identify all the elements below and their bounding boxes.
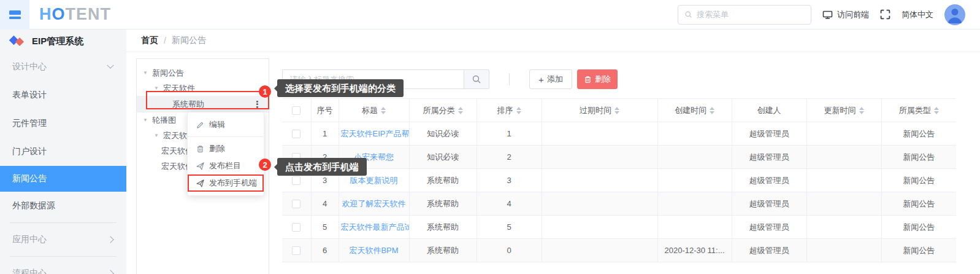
sort-icon[interactable] <box>934 107 939 114</box>
send-icon <box>196 179 204 187</box>
menu-search-box[interactable] <box>678 5 811 25</box>
column-header-updated[interactable]: 更新时间 <box>806 99 881 122</box>
top-bar: HOTENT 访问前端 简体中文 <box>0 0 980 29</box>
breadcrumb-current: 新闻公告 <box>172 35 206 46</box>
row-title-link[interactable]: 宏天软件EIP产品帮助说 <box>341 129 410 138</box>
cell-creator: 超级管理员 <box>732 192 806 216</box>
tree-node-news[interactable]: ▼ 新闻公告 <box>137 65 269 80</box>
language-selector[interactable]: 简体中文 <box>902 9 933 20</box>
cell-seq: 6 <box>311 239 339 262</box>
system-logo-icon <box>10 34 25 48</box>
menu-item-delete[interactable]: 删除 <box>188 140 264 157</box>
fullscreen-icon[interactable] <box>880 9 890 20</box>
sort-icon[interactable] <box>381 107 386 114</box>
header-select-all <box>282 99 311 122</box>
breadcrumb-home[interactable]: 首页 <box>141 35 158 46</box>
trash-icon <box>584 76 592 84</box>
sidebar-collapse-button[interactable] <box>0 0 29 29</box>
sidebar-item-news-announcement[interactable]: 新闻公告 <box>0 166 126 192</box>
sort-icon[interactable] <box>710 107 714 114</box>
menu-search-input[interactable] <box>697 10 805 19</box>
visit-frontend-label: 访问前端 <box>837 9 869 20</box>
cell-title: 宏天软件EIP产品帮助说 <box>339 122 409 146</box>
sidebar-item-component-mgmt[interactable]: 元件管理 <box>0 109 126 138</box>
cell-type: 新闻公告 <box>881 146 956 169</box>
row-title-link[interactable]: 宏天软件最新产品试用 <box>341 222 410 232</box>
sort-icon[interactable] <box>614 107 619 114</box>
cell-type: 新闻公告 <box>881 122 956 146</box>
row-checkbox[interactable] <box>292 176 301 185</box>
column-header-category[interactable]: 所属分类 <box>409 99 477 122</box>
sort-icon[interactable] <box>458 107 463 114</box>
column-header-order[interactable]: 排序 <box>477 99 542 122</box>
cell-expire <box>542 146 657 169</box>
cell-title: 宏天软件BPM <box>339 239 409 262</box>
cell-creator: 超级管理员 <box>732 122 806 146</box>
row-checkbox[interactable] <box>292 130 301 138</box>
menu-item-publish-mobile[interactable]: 发布到手机端 <box>188 174 264 192</box>
tree-caret-icon: ▼ <box>154 133 159 138</box>
avatar[interactable] <box>944 4 965 25</box>
chevron-right-icon <box>107 236 113 243</box>
table-row: 3 版本更新说明 系统帮助 3 超级管理员 新闻公告 <box>282 169 956 192</box>
add-button[interactable]: + 添加 <box>529 69 572 89</box>
cell-creator: 超级管理员 <box>732 239 806 262</box>
table-row: 2 小宏来帮您 知识必读 2 超级管理员 新闻公告 <box>282 146 956 169</box>
row-title-link[interactable]: 欢迎了解宏天软件 <box>342 199 406 208</box>
sidebar-group-process-center[interactable]: 流程中心 <box>0 259 126 274</box>
sort-icon[interactable] <box>859 107 864 114</box>
sidebar-group-design-center[interactable]: 设计中心 <box>0 53 126 81</box>
cell-title: 欢迎了解宏天软件 <box>339 192 409 216</box>
cell-updated <box>806 146 881 169</box>
cell-created <box>657 169 732 192</box>
sidebar-item-external-datasource[interactable]: 外部数据源 <box>0 192 126 220</box>
trash-icon <box>196 145 204 153</box>
column-header-title[interactable]: 标题 <box>339 99 409 122</box>
visit-frontend-link[interactable]: 访问前端 <box>822 9 869 20</box>
row-checkbox[interactable] <box>292 223 301 232</box>
column-header-creator: 创建人 <box>732 99 806 122</box>
main-area: 首页 / 新闻公告 ▼ 新闻公告 ▼ 宏天软件 系统帮助 <box>126 29 980 274</box>
menu-divider <box>188 136 264 137</box>
search-button[interactable] <box>464 69 489 89</box>
sidebar: EIP管理系统 设计中心 表单设计 元件管理 门户设计 新闻公告 外部数据源 应… <box>0 29 126 274</box>
cell-type: 新闻公告 <box>881 192 956 216</box>
sidebar-group-app-center[interactable]: 应用中心 <box>0 225 126 254</box>
cell-created <box>657 146 732 169</box>
tree-node-system-help[interactable]: 系统帮助 ⋮ <box>137 96 269 112</box>
sidebar-item-portal-design[interactable]: 门户设计 <box>0 138 126 166</box>
row-title-link[interactable]: 版本更新说明 <box>350 176 398 185</box>
cell-category: 系统帮助 <box>409 239 477 262</box>
menu-item-edit[interactable]: 编辑 <box>188 116 264 133</box>
cell-order: 2 <box>477 146 542 169</box>
cell-order: 1 <box>477 122 542 146</box>
table-area: + 添加 删除 <box>282 69 970 262</box>
sidebar-item-form-design[interactable]: 表单设计 <box>0 81 126 109</box>
cell-expire <box>542 122 657 146</box>
cell-created <box>657 192 732 216</box>
cell-category: 系统帮助 <box>409 216 477 239</box>
row-checkbox[interactable] <box>292 246 301 255</box>
cell-expire <box>542 192 657 216</box>
column-header-expire[interactable]: 过期时间 <box>542 99 657 122</box>
row-title-link[interactable]: 宏天软件BPM <box>349 246 398 255</box>
select-all-checkbox[interactable] <box>292 106 301 115</box>
column-header-seq: 序号 <box>311 99 339 122</box>
cell-type: 新闻公告 <box>881 239 956 262</box>
brand-logo: HOTENT <box>39 5 111 24</box>
menu-item-publish-column[interactable]: 发布栏目 <box>188 157 264 174</box>
column-header-created[interactable]: 创建时间 <box>657 99 732 122</box>
more-actions-icon[interactable]: ⋮ <box>253 99 262 110</box>
tree-caret-icon: ▼ <box>154 85 159 91</box>
cell-order: 3 <box>477 169 542 192</box>
topbar-actions: 访问前端 简体中文 <box>678 4 980 25</box>
delete-button[interactable]: 删除 <box>577 69 618 89</box>
tree-caret-icon: ▼ <box>143 70 148 76</box>
row-checkbox[interactable] <box>292 200 301 208</box>
column-header-type[interactable]: 所属类型 <box>881 99 956 122</box>
sidebar-divider <box>10 222 117 223</box>
cell-category: 系统帮助 <box>409 192 477 216</box>
breadcrumb: 首页 / 新闻公告 <box>126 29 980 52</box>
sort-icon[interactable] <box>516 107 521 114</box>
tree-node-hotent[interactable]: ▼ 宏天软件 <box>137 80 269 96</box>
